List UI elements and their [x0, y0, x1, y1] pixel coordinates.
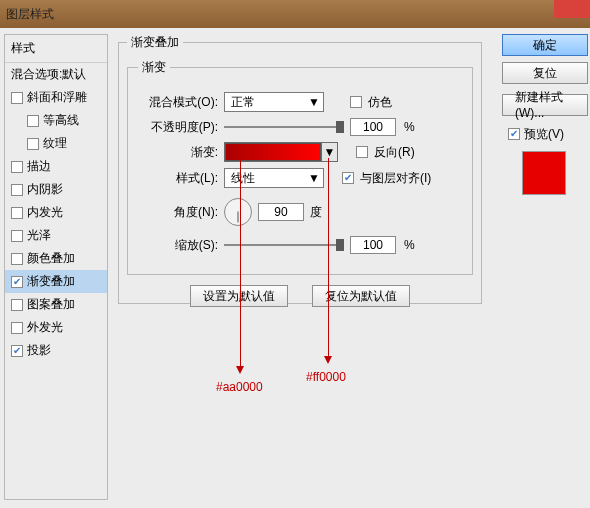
reverse-label: 反向(R) [374, 144, 415, 161]
close-icon[interactable] [554, 0, 590, 18]
angle-dial[interactable] [224, 198, 252, 226]
reset-button[interactable]: 复位 [502, 62, 588, 84]
scale-unit: % [404, 238, 415, 252]
style-item-label: 内发光 [27, 204, 63, 221]
reset-default-button[interactable]: 复位为默认值 [312, 285, 410, 307]
style-item-label: 内阴影 [27, 181, 63, 198]
style-item-label: 描边 [27, 158, 51, 175]
style-checkbox[interactable] [11, 207, 23, 219]
style-checkbox[interactable] [11, 92, 23, 104]
opacity-label: 不透明度(P): [138, 119, 218, 136]
style-label: 样式(L): [138, 170, 218, 187]
style-checkbox[interactable] [27, 115, 39, 127]
opacity-slider[interactable] [224, 119, 344, 135]
style-item-label: 外发光 [27, 319, 63, 336]
style-item-8[interactable]: 渐变叠加 [5, 270, 107, 293]
annotation-right: #ff0000 [306, 370, 346, 384]
gradient-label: 渐变: [138, 144, 218, 161]
style-item-9[interactable]: 图案叠加 [5, 293, 107, 316]
panel-title: 渐变叠加 [127, 34, 183, 51]
style-item-label: 投影 [27, 342, 51, 359]
actions-panel: 确定 复位 新建样式(W)... 预览(V) [502, 34, 590, 195]
dither-label: 仿色 [368, 94, 392, 111]
dither-checkbox[interactable] [350, 96, 362, 108]
style-item-label: 光泽 [27, 227, 51, 244]
style-checkbox[interactable] [11, 345, 23, 357]
style-checkbox[interactable] [27, 138, 39, 150]
align-label: 与图层对齐(I) [360, 170, 431, 187]
blend-mode-select[interactable]: 正常 ▼ [224, 92, 324, 112]
chevron-down-icon[interactable]: ▼ [321, 143, 337, 161]
ok-button[interactable]: 确定 [502, 34, 588, 56]
chevron-down-icon: ▼ [307, 171, 321, 185]
chevron-down-icon: ▼ [307, 95, 321, 109]
style-item-3[interactable]: 描边 [5, 155, 107, 178]
preview-swatch [522, 151, 566, 195]
angle-value[interactable] [258, 203, 304, 221]
annotation-line [328, 158, 329, 358]
align-checkbox[interactable] [342, 172, 354, 184]
style-checkbox[interactable] [11, 184, 23, 196]
annotation-line [240, 158, 241, 368]
gradient-overlay-fieldset: 渐变叠加 渐变 混合模式(O): 正常 ▼ 仿色 不透明度( [118, 34, 482, 304]
scale-label: 缩放(S): [138, 237, 218, 254]
reverse-checkbox[interactable] [356, 146, 368, 158]
preview-label: 预览(V) [524, 126, 564, 143]
style-item-1[interactable]: 等高线 [5, 109, 107, 132]
set-default-button[interactable]: 设置为默认值 [190, 285, 288, 307]
angle-label: 角度(N): [138, 204, 218, 221]
style-checkbox[interactable] [11, 322, 23, 334]
window-title: 图层样式 [6, 6, 54, 23]
styles-panel: 样式 混合选项:默认 斜面和浮雕等高线纹理描边内阴影内发光光泽颜色叠加渐变叠加图… [4, 34, 108, 500]
angle-unit: 度 [310, 204, 322, 221]
blending-options-default[interactable]: 混合选项:默认 [5, 63, 107, 86]
arrow-down-icon [236, 366, 244, 374]
style-item-2[interactable]: 纹理 [5, 132, 107, 155]
style-checkbox[interactable] [11, 161, 23, 173]
style-checkbox[interactable] [11, 276, 23, 288]
new-style-button[interactable]: 新建样式(W)... [502, 94, 588, 116]
preview-checkbox[interactable] [508, 128, 520, 140]
blend-mode-label: 混合模式(O): [138, 94, 218, 111]
style-item-0[interactable]: 斜面和浮雕 [5, 86, 107, 109]
layer-style-dialog: 图层样式 样式 混合选项:默认 斜面和浮雕等高线纹理描边内阴影内发光光泽颜色叠加… [0, 0, 590, 508]
gradient-picker[interactable]: ▼ [224, 142, 338, 162]
style-checkbox[interactable] [11, 230, 23, 242]
style-item-label: 等高线 [43, 112, 79, 129]
style-item-10[interactable]: 外发光 [5, 316, 107, 339]
style-checkbox[interactable] [11, 299, 23, 311]
style-item-label: 斜面和浮雕 [27, 89, 87, 106]
scale-slider[interactable] [224, 237, 344, 253]
style-item-4[interactable]: 内阴影 [5, 178, 107, 201]
opacity-value[interactable] [350, 118, 396, 136]
style-item-label: 图案叠加 [27, 296, 75, 313]
style-item-5[interactable]: 内发光 [5, 201, 107, 224]
style-checkbox[interactable] [11, 253, 23, 265]
titlebar[interactable]: 图层样式 [0, 0, 590, 28]
arrow-down-icon [324, 356, 332, 364]
style-item-11[interactable]: 投影 [5, 339, 107, 362]
style-select[interactable]: 线性 ▼ [224, 168, 324, 188]
style-item-7[interactable]: 颜色叠加 [5, 247, 107, 270]
gradient-overlay-panel: 渐变叠加 渐变 混合模式(O): 正常 ▼ 仿色 不透明度( [118, 34, 482, 304]
style-item-6[interactable]: 光泽 [5, 224, 107, 247]
style-item-label: 纹理 [43, 135, 67, 152]
style-item-label: 颜色叠加 [27, 250, 75, 267]
scale-value[interactable] [350, 236, 396, 254]
style-item-label: 渐变叠加 [27, 273, 75, 290]
opacity-unit: % [404, 120, 415, 134]
gradient-fieldset: 渐变 混合模式(O): 正常 ▼ 仿色 不透明度(P): [127, 59, 473, 275]
gradient-legend: 渐变 [138, 59, 170, 76]
content-area: 样式 混合选项:默认 斜面和浮雕等高线纹理描边内阴影内发光光泽颜色叠加渐变叠加图… [0, 28, 590, 508]
annotation-left: #aa0000 [216, 380, 263, 394]
styles-header: 样式 [5, 35, 107, 63]
